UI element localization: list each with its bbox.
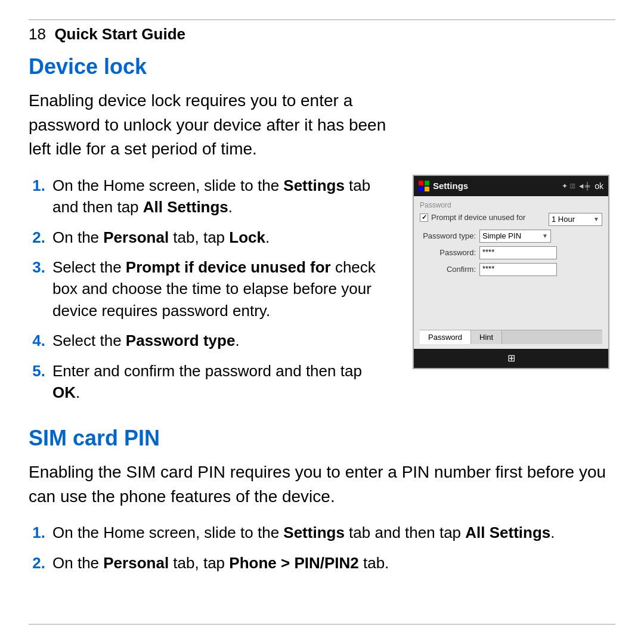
volume-icon: ◄╪ bbox=[578, 182, 590, 190]
confirm-row: Confirm: **** bbox=[420, 263, 602, 276]
password-value: **** bbox=[482, 247, 494, 256]
sim-intro: Enabling the SIM card PIN requires you t… bbox=[29, 460, 615, 509]
tab-password[interactable]: Password bbox=[420, 330, 471, 344]
tab-hint[interactable]: Hint bbox=[471, 330, 502, 344]
page-header: 18 Quick Start Guide bbox=[29, 25, 615, 44]
password-type-row: Password type: Simple PIN ▼ bbox=[420, 230, 602, 243]
hour-dropdown[interactable]: 1 Hour ▼ bbox=[549, 213, 602, 226]
sim-steps: 1 On the Home screen, slide to the Setti… bbox=[29, 522, 615, 574]
page-number: 18 bbox=[29, 25, 46, 43]
list-item: 2 On the Personal tab, tap Lock. bbox=[29, 227, 394, 248]
prompt-checkbox-label: Prompt if device unused for bbox=[431, 213, 545, 223]
list-item: 5 Enter and confirm the password and the… bbox=[29, 360, 394, 404]
titlebar-left: Settings bbox=[419, 181, 468, 191]
list-item: 1 On the Home screen, slide to the Setti… bbox=[29, 175, 394, 218]
dropdown-arrow-icon: ▼ bbox=[542, 233, 548, 239]
checkmark-icon: ✓ bbox=[422, 213, 427, 221]
windows-logo-icon bbox=[419, 181, 429, 191]
step-text: On the Home screen, slide to the Setting… bbox=[52, 522, 615, 543]
tab-hint-label: Hint bbox=[479, 333, 493, 342]
phone-tabs: Password Hint bbox=[420, 330, 602, 344]
top-rule bbox=[29, 19, 615, 20]
svg-rect-1 bbox=[425, 181, 429, 185]
titlebar-icons: ✦ ᵞ᷊ ◄╪ ok bbox=[562, 181, 603, 191]
hour-value: 1 Hour bbox=[552, 215, 575, 224]
step-number: 3 bbox=[29, 256, 45, 278]
password-row: Password: **** bbox=[420, 246, 602, 259]
step-number: 5 bbox=[29, 360, 45, 382]
list-item: 1 On the Home screen, slide to the Setti… bbox=[29, 522, 615, 543]
step-text: Enter and confirm the password and then … bbox=[52, 360, 394, 404]
sim-card-section: SIM card PIN Enabling the SIM card PIN r… bbox=[29, 426, 615, 574]
confirm-value: **** bbox=[482, 264, 494, 273]
phone-screenshot: Settings ✦ ᵞ᷊ ◄╪ ok Password ✓ bbox=[413, 175, 609, 369]
confirm-input[interactable]: **** bbox=[479, 263, 557, 276]
password-type-label: Password type: bbox=[420, 231, 479, 240]
signal-icon: ✦ bbox=[562, 182, 568, 190]
list-item: 2 On the Personal tab, tap Phone > PIN/P… bbox=[29, 552, 615, 574]
list-item: 3 Select the Prompt if device unused for… bbox=[29, 256, 394, 321]
phone-titlebar: Settings ✦ ᵞ᷊ ◄╪ ok bbox=[414, 176, 608, 196]
step-text: On the Personal tab, tap Lock. bbox=[52, 227, 394, 248]
step-text: On the Home screen, slide to the Setting… bbox=[52, 175, 394, 218]
list-item: 4 Select the Password type. bbox=[29, 330, 394, 351]
device-lock-title: Device lock bbox=[29, 54, 615, 79]
page: 18 Quick Start Guide Device lock Enablin… bbox=[0, 0, 644, 644]
password-label: Password: bbox=[420, 248, 479, 257]
step-text: Select the Password type. bbox=[52, 330, 394, 351]
phone-taskbar: ⊞ bbox=[414, 349, 608, 368]
step-number: 4 bbox=[29, 330, 45, 351]
steps-column: 1 On the Home screen, slide to the Setti… bbox=[29, 175, 394, 412]
password-type-dropdown[interactable]: Simple PIN ▼ bbox=[479, 230, 551, 243]
step-text: Select the Prompt if device unused for c… bbox=[52, 256, 394, 321]
content-spacer bbox=[420, 280, 602, 327]
phone-screenshot-container: Settings ✦ ᵞ᷊ ◄╪ ok Password ✓ bbox=[413, 175, 615, 412]
step-number: 2 bbox=[29, 227, 45, 248]
password-type-value: Simple PIN bbox=[482, 231, 521, 240]
sim-section-title: SIM card PIN bbox=[29, 426, 615, 451]
step-number: 1 bbox=[29, 175, 45, 196]
device-lock-intro: Enabling device lock requires you to ent… bbox=[29, 89, 410, 162]
prompt-checkbox[interactable]: ✓ bbox=[420, 213, 428, 222]
password-section-label: Password bbox=[420, 201, 602, 209]
svg-rect-2 bbox=[419, 187, 423, 191]
svg-rect-0 bbox=[419, 181, 423, 185]
device-lock-steps: 1 On the Home screen, slide to the Setti… bbox=[29, 175, 394, 404]
svg-rect-3 bbox=[425, 187, 429, 191]
step-text: On the Personal tab, tap Phone > PIN/PIN… bbox=[52, 552, 615, 574]
step-number: 1 bbox=[29, 522, 45, 543]
guide-title: Quick Start Guide bbox=[54, 25, 185, 43]
network-icon: ᵞ᷊ bbox=[570, 182, 575, 190]
password-input[interactable]: **** bbox=[479, 246, 557, 259]
phone-body: Password ✓ Prompt if device unused for 1… bbox=[414, 196, 608, 349]
step-number: 2 bbox=[29, 552, 45, 574]
confirm-label: Confirm: bbox=[420, 265, 479, 274]
keyboard-icon: ⊞ bbox=[507, 352, 515, 364]
ok-button[interactable]: ok bbox=[595, 181, 603, 191]
device-lock-content: 1 On the Home screen, slide to the Setti… bbox=[29, 175, 615, 412]
prompt-checkbox-row: ✓ Prompt if device unused for 1 Hour ▼ bbox=[420, 213, 602, 226]
titlebar-title: Settings bbox=[433, 181, 468, 191]
bottom-rule bbox=[29, 624, 615, 625]
dropdown-arrow-icon: ▼ bbox=[593, 216, 599, 222]
tab-password-label: Password bbox=[428, 333, 462, 342]
